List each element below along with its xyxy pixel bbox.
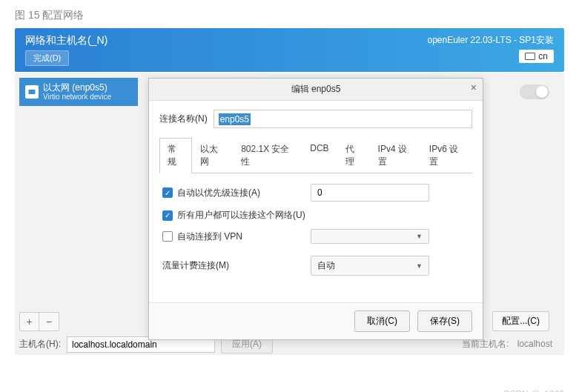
tab-dcb[interactable]: DCB bbox=[302, 138, 337, 173]
connection-name-value: enp0s5 bbox=[219, 113, 251, 125]
configure-button[interactable]: 配置...(C) bbox=[492, 311, 549, 331]
done-button[interactable]: 完成(D) bbox=[25, 50, 69, 66]
tab-ipv4[interactable]: IPv4 设置 bbox=[370, 138, 421, 173]
keyboard-icon bbox=[525, 53, 535, 60]
chevron-down-icon: ▼ bbox=[416, 262, 423, 270]
save-button[interactable]: 保存(S) bbox=[417, 310, 472, 332]
priority-value[interactable] bbox=[311, 185, 429, 201]
all-users-checkbox[interactable]: 所有用户都可以连接这个网络(U) bbox=[162, 209, 469, 222]
metered-label: 流量计费连接(M) bbox=[162, 259, 303, 272]
dialog-tabs: 常规 以太网 802.1X 安全性 DCB 代理 IPv4 设置 IPv6 设置 bbox=[159, 137, 472, 173]
remove-network-button[interactable]: − bbox=[39, 313, 59, 330]
close-icon[interactable]: × bbox=[471, 82, 477, 93]
keyboard-layout-label: cn bbox=[538, 51, 548, 62]
network-item-subtitle: Virtio network device bbox=[43, 93, 111, 102]
checkbox-checked-icon bbox=[162, 187, 173, 198]
tab-general[interactable]: 常规 bbox=[159, 138, 192, 173]
connection-name-label: 连接名称(N) bbox=[159, 113, 208, 125]
network-add-remove: + − bbox=[19, 312, 59, 331]
network-item-ethernet[interactable]: 以太网 (enp0s5) Virtio network device bbox=[19, 78, 138, 106]
chevron-down-icon: ▼ bbox=[416, 233, 423, 240]
installer-label: openEuler 22.03-LTS - SP1安装 bbox=[427, 34, 554, 47]
tab-8021x[interactable]: 802.1X 安全性 bbox=[233, 138, 302, 173]
tab-content-general: 自动以优先级连接(A) − + 所有用户都可以连接这个网络(U) bbox=[159, 173, 472, 293]
keyboard-layout-selector[interactable]: cn bbox=[519, 50, 554, 63]
tab-ethernet[interactable]: 以太网 bbox=[192, 138, 233, 173]
ethernet-icon bbox=[25, 85, 39, 99]
auto-vpn-checkbox[interactable]: 自动连接到 VPN bbox=[162, 230, 303, 243]
network-toggle[interactable] bbox=[520, 84, 549, 99]
vpn-dropdown[interactable]: ▼ bbox=[311, 229, 429, 244]
dialog-title: 编辑 enp0s5 × bbox=[149, 79, 483, 101]
main-area: 以太网 (enp0s5) Virtio network device + − 配… bbox=[15, 73, 564, 355]
priority-spinner[interactable]: − + bbox=[311, 184, 429, 202]
header-bar: 网络和主机名(_N) 完成(D) openEuler 22.03-LTS - S… bbox=[15, 28, 564, 72]
checkbox-unchecked-icon bbox=[162, 231, 173, 242]
network-list: 以太网 (enp0s5) Virtio network device bbox=[19, 78, 138, 106]
tab-proxy[interactable]: 代理 bbox=[337, 138, 370, 173]
auto-priority-checkbox[interactable]: 自动以优先级连接(A) bbox=[162, 187, 303, 199]
page-title: 网络和主机名(_N) bbox=[25, 34, 107, 47]
connection-name-input[interactable]: enp0s5 bbox=[214, 110, 472, 128]
network-item-name: 以太网 (enp0s5) bbox=[43, 82, 111, 93]
edit-connection-dialog: 编辑 enp0s5 × 连接名称(N) enp0s5 常规 以太网 802.1X… bbox=[148, 78, 483, 340]
current-hostname-value: localhost bbox=[517, 339, 552, 349]
add-network-button[interactable]: + bbox=[20, 313, 39, 330]
installer-screen: 网络和主机名(_N) 完成(D) openEuler 22.03-LTS - S… bbox=[0, 28, 579, 362]
figure-caption: 图 15 配置网络 bbox=[0, 0, 579, 28]
checkbox-checked-icon bbox=[162, 210, 173, 221]
hostname-label: 主机名(H): bbox=[19, 338, 61, 351]
metered-dropdown[interactable]: 自动▼ bbox=[311, 256, 429, 276]
cancel-button[interactable]: 取消(C) bbox=[354, 310, 410, 332]
tab-ipv6[interactable]: IPv6 设置 bbox=[421, 138, 472, 173]
